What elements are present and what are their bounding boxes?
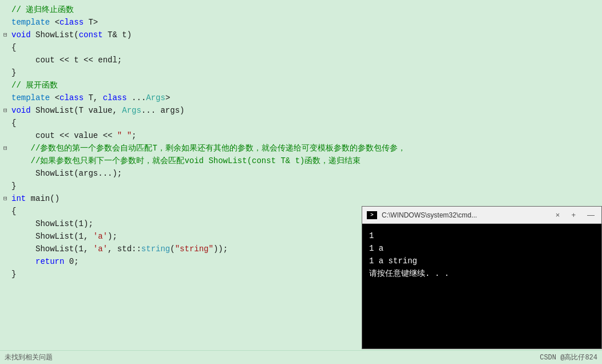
cmd-output-line: 1 a bbox=[369, 242, 595, 255]
fold-icon[interactable]: ⊟ bbox=[3, 29, 11, 41]
code-text: " " bbox=[117, 129, 132, 142]
code-text: )); bbox=[213, 243, 228, 255]
code-line: ⊟ //参数包的第一个参数会自动匹配T，剩余如果还有其他的参数，就会传递给可变模… bbox=[0, 142, 602, 155]
cmd-title: C:\WINDOWS\system32\cmd... bbox=[382, 211, 553, 219]
code-text: //如果参数包只剩下一个参数时，就会匹配void ShowList(const … bbox=[11, 155, 361, 167]
code-line: cout << t << endl; bbox=[0, 54, 602, 66]
code-text: ShowList(T value, bbox=[31, 104, 122, 117]
code-text: { bbox=[11, 117, 16, 129]
code-line: //如果参数包只剩下一个参数时，就会匹配void ShowList(const … bbox=[0, 155, 602, 167]
code-text: class bbox=[103, 92, 127, 104]
code-text: < bbox=[55, 16, 60, 29]
code-text: > bbox=[165, 92, 170, 104]
code-text: T> bbox=[84, 16, 98, 29]
code-text: "string" bbox=[175, 243, 213, 255]
cmd-output-line: 1 bbox=[369, 230, 595, 242]
code-text: cout << t << endl; bbox=[11, 54, 122, 66]
code-line: ⊟ void ShowList(const T& t) bbox=[0, 29, 602, 41]
code-line: { bbox=[0, 117, 602, 129]
cmd-icon bbox=[367, 211, 377, 219]
code-text: { bbox=[11, 41, 16, 54]
code-text: ShowList( bbox=[31, 29, 79, 41]
code-text: template bbox=[11, 92, 55, 104]
cmd-close-btn[interactable]: × bbox=[553, 211, 563, 219]
cmd-titlebar: C:\WINDOWS\system32\cmd... × + — bbox=[362, 207, 601, 224]
code-text: class bbox=[60, 16, 84, 29]
code-line: // 展开函数 bbox=[0, 79, 602, 92]
status-right: CSDN @高比仔824 bbox=[540, 353, 597, 362]
status-left: 未找到相关问题 bbox=[5, 353, 53, 362]
code-text: // 展开函数 bbox=[11, 79, 58, 92]
code-line: template <class T, class ...Args> bbox=[0, 92, 602, 104]
cmd-window: C:\WINDOWS\system32\cmd... × + — 1 1 a 1… bbox=[362, 206, 602, 349]
fold-icon[interactable]: ⊟ bbox=[3, 142, 11, 155]
code-line: ShowList(args...); bbox=[0, 167, 602, 180]
code-line: } bbox=[0, 180, 602, 192]
code-text: T, bbox=[84, 92, 103, 104]
cmd-controls: × + — bbox=[553, 211, 597, 219]
code-text bbox=[11, 255, 35, 268]
code-text: template bbox=[11, 16, 55, 29]
code-text: ( bbox=[170, 243, 175, 255]
code-text: , std:: bbox=[108, 243, 141, 255]
code-text: 'a' bbox=[93, 230, 108, 243]
code-text: { bbox=[11, 205, 16, 217]
code-line: } bbox=[0, 66, 602, 79]
cmd-output-line: 1 a string bbox=[369, 255, 595, 267]
code-text: ; bbox=[132, 129, 136, 142]
code-text: int bbox=[11, 192, 26, 205]
code-line: ⊟ int main() bbox=[0, 192, 602, 205]
cmd-minimize-btn[interactable]: — bbox=[585, 211, 597, 219]
code-text: } bbox=[11, 268, 16, 280]
status-bar: 未找到相关问题 CSDN @高比仔824 bbox=[0, 350, 602, 364]
code-text: // 递归终止函数 bbox=[11, 3, 74, 16]
main-container: // 递归终止函数 template <class T> ⊟ void Show… bbox=[0, 0, 602, 364]
code-text: void bbox=[11, 29, 31, 41]
code-text: return bbox=[35, 255, 64, 268]
code-text: cout << value << bbox=[11, 129, 117, 142]
cmd-body: 1 1 a 1 a string 请按任意键继续. . . bbox=[362, 224, 601, 349]
code-line: ⊟ void ShowList(T value, Args... args) bbox=[0, 104, 602, 117]
code-text: < bbox=[55, 92, 60, 104]
code-text: class bbox=[60, 92, 84, 104]
cmd-output-line: 请按任意键继续. . . bbox=[369, 267, 595, 280]
code-text: Args bbox=[122, 104, 141, 117]
code-area: // 递归终止函数 template <class T> ⊟ void Show… bbox=[0, 0, 602, 364]
code-text: ... args) bbox=[141, 104, 185, 117]
code-text: string bbox=[141, 243, 170, 255]
code-line: cout << value << " "; bbox=[0, 129, 602, 142]
code-text: const bbox=[79, 29, 103, 41]
code-text: 'a' bbox=[93, 243, 108, 255]
code-line: // 递归终止函数 bbox=[0, 3, 602, 16]
code-text: main() bbox=[26, 192, 60, 205]
code-text: Args bbox=[146, 92, 165, 104]
cmd-add-btn[interactable]: + bbox=[569, 211, 578, 219]
code-text: ); bbox=[108, 230, 117, 243]
code-text: ShowList(1, bbox=[11, 230, 93, 243]
code-text: } bbox=[11, 180, 16, 192]
code-text: void bbox=[11, 104, 31, 117]
fold-icon[interactable]: ⊟ bbox=[3, 104, 11, 117]
code-text: } bbox=[11, 66, 16, 79]
code-line: template <class T> bbox=[0, 16, 602, 29]
fold-icon[interactable]: ⊟ bbox=[3, 192, 11, 205]
code-line: { bbox=[0, 41, 602, 54]
code-text: 0; bbox=[64, 255, 78, 268]
code-text: T& t) bbox=[103, 29, 132, 41]
code-text: //参数包的第一个参数会自动匹配T，剩余如果还有其他的参数，就会传递给可变模板参… bbox=[11, 142, 406, 155]
code-text: ... bbox=[127, 92, 146, 104]
code-text: ShowList(args...); bbox=[11, 167, 122, 180]
code-text: ShowList(1); bbox=[11, 217, 93, 230]
code-text: ShowList(1, bbox=[11, 243, 93, 255]
